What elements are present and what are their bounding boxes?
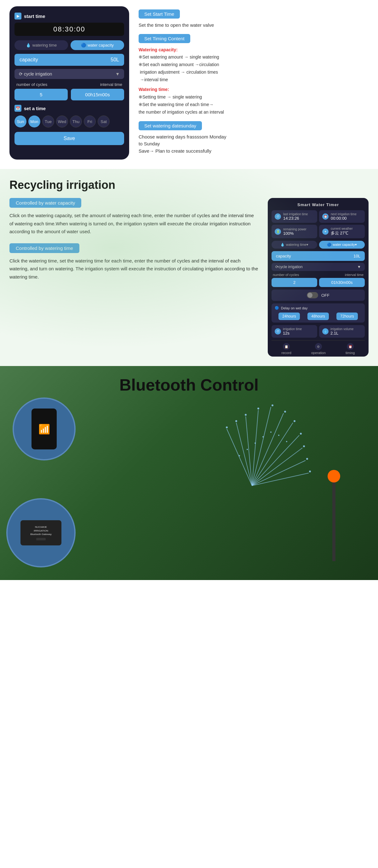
smart-capacity-row: capacity 10L — [271, 251, 365, 261]
cycle-label: ⟳ cycle irrigation — [19, 71, 52, 76]
recycling-section: Recycling irrigation Controlled by water… — [0, 169, 378, 366]
nav-record-label: record — [282, 351, 291, 355]
save-button[interactable]: Save — [14, 132, 124, 145]
delay-72-btn[interactable]: 72hours — [337, 312, 357, 320]
smart-sub-vals: 2 01h30m00s — [271, 278, 365, 287]
badge-set-timing[interactable]: Set Timing Content — [139, 34, 190, 43]
clock-icon: ⏱ — [275, 213, 281, 220]
smart-cycles-label: number of cycles — [273, 273, 299, 277]
text-capacity-ctrl: Click on the watering capacity, set the … — [9, 212, 258, 236]
phone-mockup: ▶ start time 08:30:00 💧 watering time 🔵 … — [9, 6, 129, 160]
sprinkler-wrapper — [328, 470, 340, 561]
tab-watering-time[interactable]: 💧 watering time — [14, 40, 68, 50]
weather-label: current weather — [331, 227, 352, 230]
recycling-title: Recycling irrigation — [9, 179, 369, 192]
day-sat[interactable]: Sat — [98, 116, 110, 127]
smart-sub-labels: number of cycles interval time — [271, 273, 365, 277]
record-icon: 📋 — [283, 343, 290, 350]
power-box: 🔋 remaining power 100% — [271, 225, 317, 238]
drop-icon: 💧 — [26, 43, 31, 48]
smart-interval-box[interactable]: 01h30m00s — [319, 278, 365, 287]
phone-inner: 📶 — [31, 408, 57, 450]
next-irr-label: next irrigation time — [331, 212, 356, 216]
set-time-text: set a time — [24, 106, 46, 111]
timing-icon: ⏰ — [347, 343, 354, 350]
day-wed[interactable]: Wed — [56, 116, 68, 127]
svg-point-12 — [235, 420, 237, 422]
smart-phone-card: Smart Water Timer ⏱ last irrigation time… — [268, 198, 369, 356]
nav-timing[interactable]: ⏰ timing — [346, 343, 355, 355]
smart-cycle-arrow-icon: ▼ — [357, 265, 361, 269]
smart-drop-icon: 💧 — [280, 243, 285, 247]
bluetooth-title: Bluetooth Control — [119, 375, 259, 394]
svg-line-3 — [252, 410, 258, 486]
next-irr-box: ⏰ next irrigation time 00:00:00 — [319, 210, 365, 223]
smart-header-row: ⏱ last irrigation time 14:23:26 ⏰ next i… — [271, 210, 365, 238]
svg-point-19 — [303, 445, 305, 447]
svg-point-11 — [226, 427, 228, 428]
svg-point-21 — [309, 470, 311, 472]
device-box: NUCIAKIE IRRIGATION Bluetooth Gateway — [21, 520, 61, 546]
smart-footer-row: ⏱ irrigation time 12s 💧 irrigation volum… — [271, 325, 365, 338]
tab-watering-label: watering time — [32, 43, 57, 48]
badge-set-watering-date[interactable]: Set watering datesunday — [139, 121, 202, 130]
nav-operation[interactable]: ⚙ operation — [311, 343, 326, 355]
capacity-heading: Watering capacity: — [139, 47, 178, 52]
day-fri[interactable]: Fri — [84, 116, 96, 127]
toggle-switch[interactable] — [307, 292, 318, 298]
smart-tab-capacity[interactable]: 🔵 water capacity▾ — [319, 241, 365, 249]
cycle-row[interactable]: ⟳ cycle irrigation ▼ — [14, 69, 124, 79]
svg-point-25 — [262, 436, 264, 437]
irr-vol-label: irrigation volume — [330, 327, 353, 331]
last-irr-label: last irrigation time — [283, 212, 308, 216]
day-tue[interactable]: Tue — [42, 116, 54, 127]
operation-icon: ⚙ — [315, 343, 322, 350]
time-display[interactable]: 08:30:00 — [14, 23, 124, 36]
interval-value-box[interactable]: 00h15m00s — [71, 89, 124, 100]
badge-time-ctrl[interactable]: Controlled by watering time — [9, 243, 79, 253]
sprinkler-pole — [332, 483, 336, 561]
tab-capacity-label: water capacity — [88, 43, 114, 48]
svg-point-18 — [300, 433, 302, 435]
delay-section: 🔵 Delay on wet day 24hours 48hours 72hou… — [271, 303, 365, 322]
last-irr-box: ⏱ last irrigation time 14:23:26 — [271, 210, 317, 223]
irr-time-box: ⏱ irrigation time 12s — [271, 325, 317, 338]
smart-title: Smart Water Timer — [271, 203, 365, 207]
svg-point-22 — [239, 455, 240, 456]
time-heading: Watering time: — [139, 87, 169, 92]
weather-icon: ☀ — [322, 228, 328, 235]
delay-dot-icon: 🔵 — [275, 306, 279, 310]
cycles-value-box[interactable]: 5 — [14, 89, 68, 100]
badge-set-start-time[interactable]: Set Start Time — [139, 9, 180, 19]
device-port — [36, 538, 46, 540]
start-time-label: start time — [24, 13, 46, 19]
svg-point-16 — [284, 411, 286, 412]
interval-value: 00h15m00s — [85, 92, 110, 97]
smart-cycle-row[interactable]: ⟳cycle irrigation ▼ — [271, 263, 365, 271]
tab-water-capacity[interactable]: 🔵 water capacity — [70, 40, 124, 50]
smart-cycles-val: 2 — [293, 280, 295, 285]
svg-point-27 — [278, 435, 280, 436]
toggle-label: OFF — [321, 293, 329, 298]
weather-box: ☀ current weather 多云 27℃ — [319, 225, 365, 238]
irr-vol-box: 💧 irrigation volume 2.1L — [319, 325, 365, 338]
smart-tab-watering[interactable]: 💧 watering time▾ — [271, 241, 317, 249]
top-section: ▶ start time 08:30:00 💧 watering time 🔵 … — [0, 0, 378, 169]
interval-label: interval time — [100, 82, 122, 87]
nav-record[interactable]: 📋 record — [282, 343, 291, 355]
badge-capacity-ctrl[interactable]: Controlled by water capacity — [9, 198, 81, 208]
smart-toggle-row: OFF — [271, 289, 365, 301]
delay-hours-row: 24hours 48hours 72hours — [275, 312, 361, 320]
delay-48-btn[interactable]: 48hours — [308, 312, 328, 320]
day-mon[interactable]: Mon — [28, 116, 40, 127]
day-sun[interactable]: Sun — [14, 116, 26, 127]
svg-line-7 — [252, 435, 299, 486]
day-thu[interactable]: Thu — [70, 116, 82, 127]
wifi-icon: 📶 — [38, 424, 50, 435]
smart-watering-label: watering time▾ — [286, 243, 309, 247]
delay-24-btn[interactable]: 24hours — [279, 312, 299, 320]
calendar-icon: 📅 — [14, 105, 22, 112]
smart-cycles-box[interactable]: 2 — [271, 278, 317, 287]
next-clock-icon: ⏰ — [322, 213, 328, 220]
capacity-label: capacity — [20, 57, 38, 63]
